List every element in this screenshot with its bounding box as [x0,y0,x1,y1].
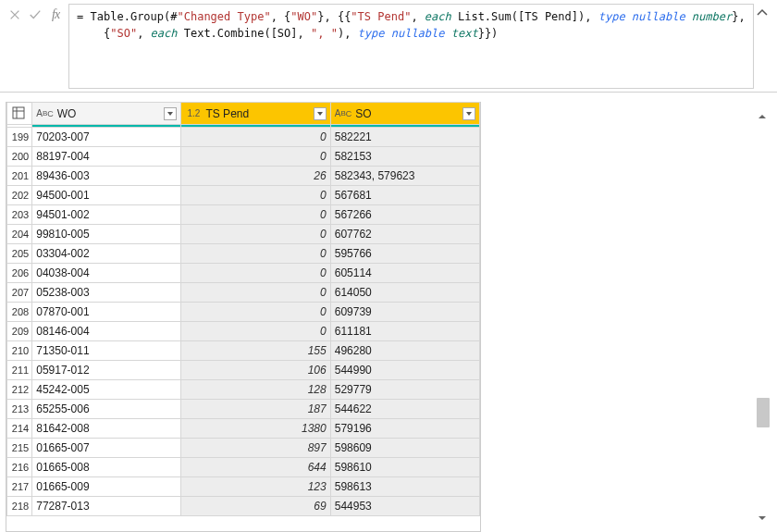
cell-so[interactable]: 598609 [330,439,479,458]
formula-line-2: {"SO", each Text.Combine([SO], ", "), ty… [77,25,746,42]
data-grid[interactable]: ABC WO 1.2 TS Pend [6,102,481,532]
cell-ts-pend[interactable]: 0 [181,186,330,205]
cell-wo[interactable]: 94501-002 [32,205,181,225]
cell-wo[interactable]: 99810-005 [32,225,181,244]
cell-ts-pend[interactable]: 1380 [181,419,330,439]
cell-wo[interactable]: 03304-002 [32,244,181,264]
cell-so[interactable]: 598610 [330,458,479,477]
cell-ts-pend[interactable]: 69 [181,497,330,516]
table-row[interactable]: 20088197-0040582153 [7,147,480,167]
cancel-formula-button[interactable] [6,6,24,24]
cell-so[interactable]: 614050 [330,283,479,303]
cell-wo[interactable]: 01665-009 [32,477,181,497]
table-row[interactable]: 21071350-011155496280 [7,341,480,361]
cell-ts-pend[interactable]: 123 [181,477,330,497]
table-row[interactable]: 21245242-005128529779 [7,380,480,400]
cell-so[interactable]: 496280 [330,341,479,361]
cell-ts-pend[interactable]: 0 [181,322,330,341]
column-header-wo[interactable]: ABC WO [32,103,181,125]
cell-so[interactable]: 605114 [330,264,479,283]
cell-so[interactable]: 582221 [330,128,479,147]
row-index: 214 [7,419,32,439]
table-row[interactable]: 20294500-0010567681 [7,186,480,205]
cell-wo[interactable]: 45242-005 [32,380,181,400]
cell-wo[interactable]: 89436-003 [32,167,181,186]
table-row[interactable]: 20604038-0040605114 [7,264,480,283]
cell-so[interactable]: 579196 [330,419,479,439]
cell-so[interactable]: 567266 [330,205,479,225]
cell-so[interactable]: 567681 [330,186,479,205]
cell-ts-pend[interactable]: 897 [181,439,330,458]
cell-so[interactable]: 609739 [330,303,479,322]
cell-ts-pend[interactable]: 128 [181,380,330,400]
table-row[interactable]: 20503304-0020595766 [7,244,480,264]
cell-ts-pend[interactable]: 26 [181,167,330,186]
row-index: 199 [7,128,32,147]
cell-wo[interactable]: 94500-001 [32,186,181,205]
cell-wo[interactable]: 65255-006 [32,400,181,419]
table-menu-button[interactable] [7,103,32,125]
filter-button-so[interactable] [462,107,475,120]
cell-wo[interactable]: 70203-007 [32,128,181,147]
cell-wo[interactable]: 04038-004 [32,264,181,283]
table-row[interactable]: 21365255-006187544622 [7,400,480,419]
scrollbar-thumb[interactable] [757,398,770,427]
cell-wo[interactable]: 05917-012 [32,361,181,380]
column-header-so[interactable]: ABC SO [330,103,479,125]
cell-ts-pend[interactable]: 0 [181,283,330,303]
filter-button-wo[interactable] [164,107,177,120]
cell-so[interactable]: 611181 [330,322,479,341]
cell-so[interactable]: 544990 [330,361,479,380]
cell-ts-pend[interactable]: 0 [181,225,330,244]
cell-ts-pend[interactable]: 155 [181,341,330,361]
column-header-ts-pend[interactable]: 1.2 TS Pend [181,103,330,125]
cell-wo[interactable]: 01665-008 [32,458,181,477]
cell-wo[interactable]: 05238-003 [32,283,181,303]
table-row[interactable]: 20908146-0040611181 [7,322,480,341]
cell-wo[interactable]: 77287-013 [32,497,181,516]
cell-wo[interactable]: 07870-001 [32,303,181,322]
table-row[interactable]: 20807870-0010609739 [7,303,480,322]
cell-ts-pend[interactable]: 187 [181,400,330,419]
cell-wo[interactable]: 08146-004 [32,322,181,341]
scroll-up-button[interactable] [757,111,770,125]
filter-button-ts[interactable] [314,107,327,120]
cell-wo[interactable]: 71350-011 [32,341,181,361]
accept-formula-button[interactable] [26,6,44,24]
table-row[interactable]: 20189436-00326582343, 579623 [7,167,480,186]
cell-ts-pend[interactable]: 644 [181,458,330,477]
formula-input[interactable]: = Table.Group(#"Changed Type", {"WO"}, {… [68,4,754,89]
cell-wo[interactable]: 81642-008 [32,419,181,439]
cell-wo[interactable]: 01665-007 [32,439,181,458]
cell-so[interactable]: 544622 [330,400,479,419]
table-row[interactable]: 21877287-01369544953 [7,497,480,516]
cell-ts-pend[interactable]: 0 [181,264,330,283]
table-row[interactable]: 21701665-009123598613 [7,477,480,497]
table-row[interactable]: 21601665-008644598610 [7,458,480,477]
cell-so[interactable]: 582153 [330,147,479,167]
cell-ts-pend[interactable]: 106 [181,361,330,380]
table-row[interactable]: 20394501-0020567266 [7,205,480,225]
cell-ts-pend[interactable]: 0 [181,147,330,167]
cell-so[interactable]: 598613 [330,477,479,497]
scroll-down-button[interactable] [757,513,770,526]
app-root: fx = Table.Group(#"Changed Type", {"WO"}… [0,0,777,532]
cell-so[interactable]: 582343, 579623 [330,167,479,186]
table-row[interactable]: 20705238-0030614050 [7,283,480,303]
cell-so[interactable]: 529779 [330,380,479,400]
table-row[interactable]: 21481642-0081380579196 [7,419,480,439]
table-row[interactable]: 20499810-0050607762 [7,225,480,244]
cell-ts-pend[interactable]: 0 [181,303,330,322]
table-row[interactable]: 21501665-007897598609 [7,439,480,458]
cell-so[interactable]: 595766 [330,244,479,264]
cell-ts-pend[interactable]: 0 [181,128,330,147]
cell-so[interactable]: 607762 [330,225,479,244]
table-row[interactable]: 21105917-012106544990 [7,361,480,380]
collapse-formula-button[interactable] [754,4,771,19]
cell-wo[interactable]: 88197-004 [32,147,181,167]
row-index: 200 [7,147,32,167]
cell-so[interactable]: 544953 [330,497,479,516]
table-row[interactable]: 19970203-0070582221 [7,128,480,147]
cell-ts-pend[interactable]: 0 [181,244,330,264]
cell-ts-pend[interactable]: 0 [181,205,330,225]
